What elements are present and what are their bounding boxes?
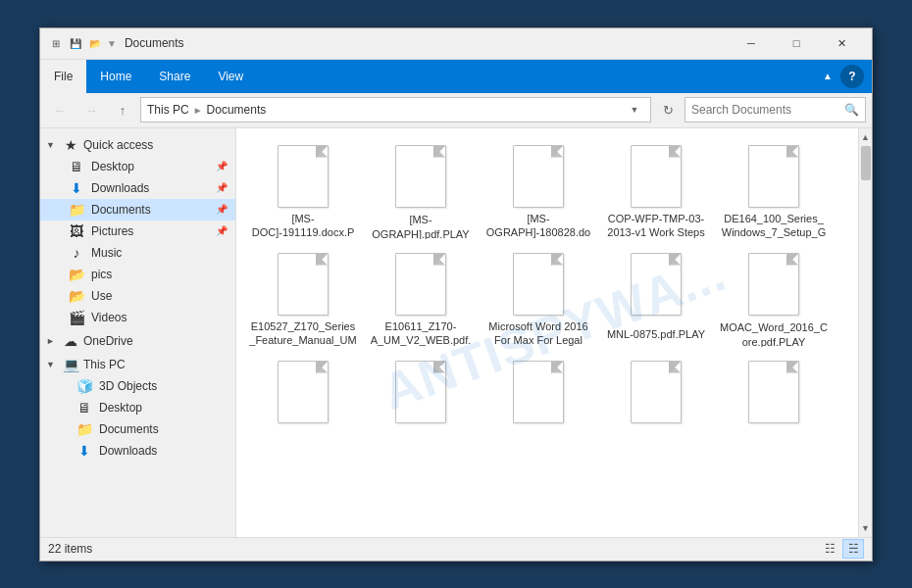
file-item[interactable]: COP-WFP-TMP-03-2013-v1 Work Steps Report… — [597, 136, 715, 244]
music-label: Music — [91, 246, 228, 260]
maximize-button[interactable]: □ — [774, 27, 819, 59]
sidebar-item-use[interactable]: 📂 Use — [40, 285, 235, 307]
file-item[interactable]: DE164_100_Series_Windows_7_Setup_Guide_p… — [715, 136, 833, 244]
file-item[interactable]: Microsoft Word 2016 For Max For Legal Pr… — [480, 244, 597, 352]
refresh-button[interactable]: ↻ — [655, 97, 681, 122]
downloads-icon: ⬇ — [68, 180, 85, 196]
scroll-thumb[interactable] — [861, 146, 871, 180]
sidebar-item-downloads-pc[interactable]: ⬇ Downloads — [40, 440, 235, 462]
address-path[interactable]: This PC ► Documents ▼ — [140, 97, 651, 122]
file-page — [278, 361, 329, 423]
item-count: 22 items — [48, 542, 811, 556]
file-icon — [625, 361, 687, 431]
ribbon-right: ▲ ? — [823, 60, 872, 93]
sidebar-item-documents-pc[interactable]: 📁 Documents — [40, 418, 235, 440]
up-button[interactable]: ↑ — [109, 96, 136, 123]
sidebar-item-desktop[interactable]: 🖥 Desktop 📌 — [40, 156, 235, 177]
downloads-pc-label: Downloads — [99, 444, 228, 458]
file-fold — [551, 362, 563, 373]
file-name: E10611_Z170-A_UM_V2_WEB.pdf.PLAY — [367, 319, 475, 347]
onedrive-header[interactable]: ► ☁ OneDrive — [40, 330, 235, 352]
file-name: MOAC_Word_2016_Core.pdf.PLAY — [720, 320, 828, 346]
sidebar-item-downloads[interactable]: ⬇ Downloads 📌 — [40, 177, 235, 199]
file-name: [MS-OGRAPH]-180828.docx.PLAY — [484, 212, 592, 239]
thispc-header[interactable]: ▼ 💻 This PC — [40, 354, 235, 375]
sidebar-item-pictures[interactable]: 🖼 Pictures 📌 — [40, 220, 235, 242]
icons-view-button[interactable]: ☵ — [842, 539, 864, 559]
3dobjects-icon: 🧊 — [76, 378, 93, 394]
quick-access-header[interactable]: ▼ ★ Quick access — [40, 134, 235, 156]
file-area-wrapper: [MS-DOC]-191119.docx.PLAY [MS-OGRAPH].pd… — [236, 128, 872, 537]
file-fold — [433, 254, 445, 266]
file-item[interactable]: MOAC_Word_2016_Core.pdf.PLAY — [715, 244, 833, 352]
use-label: Use — [91, 289, 228, 303]
quickaccess-star-icon: ★ — [62, 137, 79, 153]
file-fold — [669, 146, 681, 158]
sidebar-item-videos[interactable]: 🎬 Videos — [40, 307, 235, 328]
desktop-label: Desktop — [91, 160, 210, 173]
desktop-pc-icon: 🖥 — [76, 400, 93, 416]
back-button[interactable]: ← — [46, 96, 74, 123]
ribbon-collapse-icon[interactable]: ▲ — [823, 71, 833, 81]
tab-home[interactable]: Home — [86, 60, 145, 93]
scroll-down-button[interactable]: ▼ — [861, 521, 870, 535]
forward-button[interactable]: → — [77, 96, 105, 123]
file-page — [278, 253, 329, 316]
thispc-computer-icon: 💻 — [62, 357, 79, 372]
sidebar-item-music[interactable]: ♪ Music — [40, 242, 235, 264]
desktop-pc-label: Desktop — [99, 401, 228, 415]
file-item[interactable] — [362, 352, 480, 460]
file-item[interactable]: [MS-DOC]-191119.docx.PLAY — [244, 136, 362, 244]
close-button[interactable]: ✕ — [819, 27, 864, 59]
path-documents: Documents — [207, 103, 267, 117]
music-icon: ♪ — [68, 245, 85, 261]
file-page — [748, 253, 799, 316]
pictures-label: Pictures — [91, 224, 210, 238]
file-item[interactable]: E10611_Z170-A_UM_V2_WEB.pdf.PLAY — [362, 244, 480, 352]
sidebar-item-pics[interactable]: 📂 pics — [40, 264, 235, 285]
file-page — [513, 145, 564, 208]
file-item[interactable] — [597, 352, 715, 460]
tab-file[interactable]: File — [40, 60, 86, 93]
file-name: [MS-OGRAPH].pdf.PLAY — [367, 213, 475, 238]
sidebar: ▼ ★ Quick access 🖥 Desktop 📌 ⬇ Downloads… — [40, 128, 236, 537]
desktop-icon: 🖥 — [68, 159, 85, 174]
sidebar-item-desktop-pc[interactable]: 🖥 Desktop — [40, 397, 235, 418]
file-item[interactable]: [MS-OGRAPH]-180828.docx.PLAY — [480, 136, 597, 244]
sidebar-item-3dobjects[interactable]: 🧊 3D Objects — [40, 375, 235, 397]
sidebar-item-documents[interactable]: 📁 Documents 📌 — [40, 199, 235, 220]
tab-view[interactable]: View — [204, 60, 257, 93]
file-page — [395, 145, 446, 208]
file-item[interactable]: E10527_Z170_Series_Feature_Manual_UM_V2_… — [244, 244, 362, 352]
file-item[interactable] — [244, 352, 362, 460]
file-item[interactable] — [480, 352, 597, 460]
search-box[interactable]: 🔍 — [684, 97, 866, 122]
minimize-button[interactable]: ─ — [729, 27, 774, 59]
main-content: ▼ ★ Quick access 🖥 Desktop 📌 ⬇ Downloads… — [40, 128, 872, 537]
address-dropdown-icon[interactable]: ▼ — [625, 105, 644, 115]
details-view-button[interactable]: ☷ — [819, 539, 840, 559]
file-page — [278, 145, 329, 208]
onedrive-label: OneDrive — [83, 334, 228, 348]
title-bar-dropdown[interactable]: ▼ — [107, 38, 117, 49]
help-button[interactable]: ? — [840, 65, 864, 88]
file-fold — [786, 254, 798, 266]
file-fold — [433, 362, 445, 373]
file-fold — [669, 254, 681, 266]
search-input[interactable] — [691, 103, 840, 117]
tab-share[interactable]: Share — [145, 60, 204, 93]
file-icon — [742, 145, 805, 208]
file-icon — [389, 253, 452, 316]
onedrive-chevron-icon: ► — [46, 336, 58, 346]
scrollbar[interactable]: ▲ ▼ — [858, 128, 872, 537]
title-bar-icons: ⊞ 💾 📂 ▼ — [48, 35, 117, 51]
file-page — [395, 253, 446, 316]
file-fold — [316, 146, 328, 158]
scroll-up-button[interactable]: ▲ — [861, 130, 870, 144]
view-icons: ☷ ☵ — [819, 539, 864, 559]
file-item[interactable]: MNL-0875.pdf.PLAY — [597, 244, 715, 352]
file-item[interactable]: [MS-OGRAPH].pdf.PLAY — [362, 136, 480, 244]
3dobjects-label: 3D Objects — [99, 379, 228, 393]
file-item[interactable] — [715, 352, 833, 460]
quick-access-label: Quick access — [83, 138, 228, 152]
